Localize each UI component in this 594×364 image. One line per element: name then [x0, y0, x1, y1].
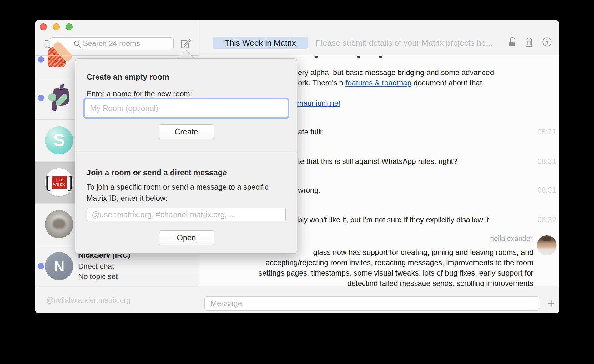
join-room-description: To join a specific room or send a messag…	[87, 181, 284, 204]
features-roadmap-link[interactable]: features & roadmap	[345, 78, 411, 87]
sender-name: neilalexander	[490, 235, 533, 243]
clipped-message-remnant	[379, 56, 382, 58]
compose-room-button[interactable]	[180, 38, 192, 49]
zoom-button[interactable]	[66, 23, 73, 30]
join-room-title: Join a room or send a direct message	[87, 168, 227, 177]
room-title: This Week in Matrix	[225, 38, 296, 48]
chat-header: This Week in Matrix Please submit detail…	[199, 20, 559, 55]
popover-divider	[75, 152, 297, 152]
search-input[interactable]	[82, 39, 149, 48]
message-input[interactable]	[204, 296, 540, 311]
seaglass-window: 11981 members S [ THE W	[35, 20, 559, 313]
room-topic-text: Please submit details of your Matrix pro…	[315, 38, 501, 48]
room-topic: No topic set	[78, 272, 118, 281]
message-text: bly won't like it, but I'm not sure if t…	[298, 215, 489, 224]
room-avatar-striped-r	[45, 43, 73, 71]
room-avatar-engraving	[45, 210, 73, 238]
message-text: maunium.net	[297, 99, 340, 108]
room-avatar-n: N	[45, 252, 73, 280]
room-name-input[interactable]	[85, 99, 288, 117]
message-text: ery alpha, but basic message bridging an…	[298, 68, 494, 77]
encryption-button[interactable]	[508, 37, 517, 48]
create-room-title: Create an empty room	[87, 73, 169, 82]
search-icon	[74, 41, 79, 46]
message-text: te that this is still against WhatsApp r…	[298, 157, 457, 166]
clipped-message-remnant	[315, 56, 318, 58]
room-avatar-s: S	[45, 126, 73, 154]
message-timestamp: 08:21	[537, 128, 556, 136]
clipped-message-remnant	[357, 56, 360, 58]
desktop-background: 11981 members S [ THE W	[0, 0, 594, 364]
message-text: ate tulir	[298, 128, 323, 136]
message-text: wrong.	[298, 186, 320, 195]
join-room-input[interactable]	[87, 208, 286, 221]
lock-open-icon	[508, 37, 517, 48]
create-join-popover: Create an empty room Enter a name for th…	[75, 58, 297, 254]
sidebar-footer: @neilalexander:matrix.org	[35, 287, 199, 313]
room-avatar-the-week: [ THE WEEK ]	[45, 168, 73, 196]
message-timestamp: 08:31	[537, 157, 556, 166]
message-timestamp: 08:32	[537, 215, 556, 224]
attach-plus-button[interactable]: +	[544, 296, 558, 310]
popover-arrow	[177, 50, 195, 59]
message-timestamp: 08:31	[537, 186, 556, 195]
info-icon	[542, 37, 552, 47]
create-button[interactable]: Create	[159, 124, 214, 139]
open-button[interactable]: Open	[159, 230, 214, 245]
message-text: ork. There's a features & roadmap docume…	[298, 78, 484, 87]
trash-icon	[524, 37, 534, 48]
composer-bar: +	[199, 286, 559, 313]
compose-icon	[180, 38, 192, 49]
create-room-label: Enter a name for the new room:	[87, 89, 192, 98]
room-avatar-apple-k	[45, 84, 73, 113]
unread-dot	[38, 56, 44, 63]
room-subtitle: Direct chat	[78, 262, 114, 271]
room-info-button[interactable]	[542, 37, 552, 47]
minimize-button[interactable]	[53, 23, 60, 30]
room-title-tab[interactable]: This Week in Matrix	[213, 37, 308, 49]
maunium-link[interactable]: maunium.net	[297, 99, 340, 107]
neilalexander-avatar	[537, 235, 557, 255]
unread-dot	[38, 95, 44, 101]
account-id: @neilalexander:matrix.org	[46, 296, 130, 305]
delete-room-button[interactable]	[524, 37, 534, 48]
close-button[interactable]	[40, 23, 47, 30]
unread-dot	[38, 263, 44, 269]
